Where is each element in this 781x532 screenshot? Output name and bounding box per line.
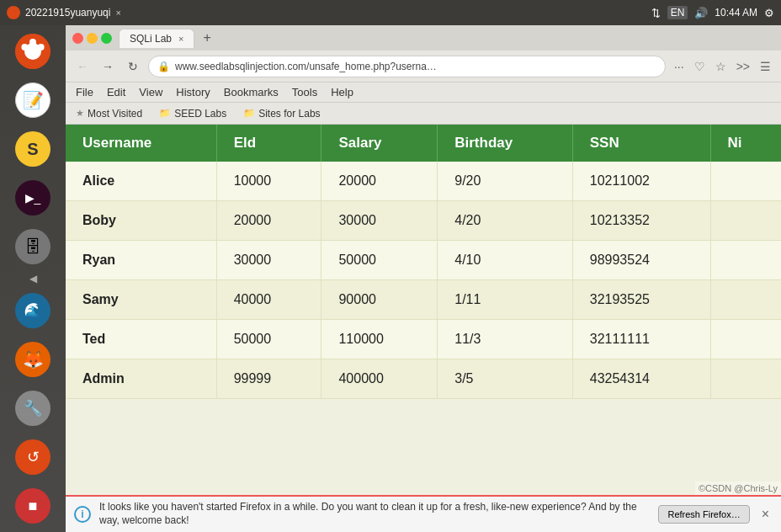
col-username: Username — [66, 125, 216, 162]
table-row: Admin999994000003/543254314 — [66, 359, 781, 399]
sidebar-item-wrench[interactable]: 🔧 — [10, 386, 56, 431]
nautilus-icon: 🗄 — [15, 229, 50, 264]
table-cell: Samy — [66, 280, 216, 320]
sidebar-item-nautilus[interactable]: 🗄 — [10, 224, 56, 269]
col-ssn: SSN — [572, 125, 710, 162]
table-cell: 1/11 — [438, 280, 573, 320]
taskbar-right: ⇅ EN 🔊 10:44 AM ⚙ — [651, 6, 774, 19]
table-cell: 40000 — [216, 280, 321, 320]
tab-close-button[interactable]: × — [178, 34, 183, 44]
table-cell — [710, 359, 781, 399]
taskbar: 20221915yuanyuqi × ⇅ EN 🔊 10:44 AM ⚙ — [0, 0, 781, 25]
sidebar-item-wireshark[interactable]: 🌊 — [10, 288, 56, 333]
sidebar-item-s[interactable]: S — [10, 126, 56, 172]
table-cell — [710, 280, 781, 320]
sidebar-item-ubuntu[interactable] — [10, 29, 56, 74]
sidebar-item-terminal[interactable]: ▶_ — [10, 175, 56, 221]
volume-icon: 🔊 — [694, 7, 708, 19]
address-bar[interactable]: 🔒 www.seedlabsqlinjection.com/unsafe_hom… — [148, 56, 666, 77]
bookmark-sites-for-labs[interactable]: 📁 Sites for Labs — [240, 106, 323, 121]
reader-icon[interactable]: ♡ — [691, 58, 709, 75]
menu-history[interactable]: History — [169, 84, 216, 100]
close-button[interactable] — [72, 33, 83, 44]
col-birthday: Birthday — [438, 125, 573, 162]
table-cell: 98993524 — [572, 241, 710, 280]
menu-edit[interactable]: Edit — [100, 84, 132, 100]
table-cell: 11/3 — [438, 320, 573, 359]
sidebar-item-firefox[interactable]: 🦊 — [10, 337, 56, 382]
sidebar-item-redapp[interactable]: ■ — [10, 483, 56, 529]
table-cell: 90000 — [321, 280, 438, 320]
table-row: Ted5000011000011/332111111 — [66, 320, 781, 359]
menu-tools[interactable]: Tools — [285, 84, 324, 100]
bookmark-sites-label: Sites for Labs — [258, 108, 320, 120]
col-salary: Salary — [321, 125, 438, 162]
maximize-button[interactable] — [101, 33, 112, 44]
table-body: Alice10000200009/2010211002Boby200003000… — [66, 162, 781, 399]
bookmark-most-visited-label: Most Visited — [88, 108, 142, 120]
sort-icon: ⇅ — [651, 7, 661, 19]
table-cell: 50000 — [216, 320, 321, 359]
table-cell: Alice — [66, 162, 216, 201]
window-controls — [72, 33, 112, 44]
sidebar-item-files[interactable]: 📝 — [10, 77, 56, 123]
extensions-icon[interactable]: >> — [733, 58, 753, 75]
wireshark-icon: 🌊 — [15, 293, 50, 328]
new-tab-button[interactable]: + — [198, 29, 215, 47]
update-icon: ↺ — [15, 439, 50, 475]
browser-window: SQLi Lab × + ← → ↻ 🔒 www.seedlabsqlinjec… — [66, 25, 781, 532]
folder-icon-2: 📁 — [243, 108, 255, 119]
settings-icon[interactable]: ⚙ — [764, 7, 774, 19]
bookmark-most-visited[interactable]: ★ Most Visited — [72, 106, 146, 121]
table-row: Alice10000200009/2010211002 — [66, 162, 781, 201]
menu-view[interactable]: View — [132, 84, 169, 100]
notification-bar: i It looks like you haven't started Fire… — [66, 495, 781, 532]
table-cell: Ryan — [66, 241, 216, 280]
col-ni: Ni — [710, 125, 781, 162]
browser-titlebar: SQLi Lab × + — [66, 25, 781, 51]
table-cell: 20000 — [216, 201, 321, 241]
keyboard-layout: EN — [667, 6, 688, 19]
more-icon[interactable]: ··· — [671, 58, 688, 75]
sidebar-arrow-up[interactable]: ◀ — [26, 273, 40, 285]
sidebar: 📝 S ▶_ 🗄 ◀ 🌊 🦊 🔧 ↺ ■ — [0, 25, 66, 532]
refresh-button[interactable]: ↻ — [123, 56, 143, 77]
refresh-firefox-button[interactable]: Refresh Firefox… — [658, 505, 749, 524]
tab-label: SQLi Lab — [130, 33, 172, 45]
wrench-icon: 🔧 — [15, 391, 50, 426]
menu-file[interactable]: File — [69, 84, 100, 100]
table-cell: Admin — [66, 359, 216, 399]
svg-point-2 — [29, 39, 36, 45]
ubuntu-icon — [7, 6, 20, 19]
tab-sqli-lab[interactable]: SQLi Lab × — [119, 29, 194, 48]
table-cell: 3/5 — [438, 359, 573, 399]
notification-close-button[interactable]: × — [758, 507, 773, 522]
tab-bar: SQLi Lab × + — [119, 29, 216, 48]
table-row: Ryan30000500004/1098993524 — [66, 241, 781, 280]
svg-point-3 — [38, 44, 45, 51]
table-cell: Boby — [66, 201, 216, 241]
watermark: ©CSDN @Chris-Ly — [695, 481, 781, 495]
table-cell: 4/10 — [438, 241, 573, 280]
bookmark-icon[interactable]: ☆ — [712, 58, 730, 75]
sidebar-item-update[interactable]: ↺ — [10, 434, 56, 480]
table-cell: 10000 — [216, 162, 321, 201]
notification-text: It looks like you haven't started Firefo… — [99, 501, 650, 527]
menu-icon[interactable]: ☰ — [757, 58, 774, 75]
menu-bookmarks[interactable]: Bookmarks — [217, 84, 285, 100]
table-row: Samy40000900001/1132193525 — [66, 280, 781, 320]
menu-help[interactable]: Help — [324, 84, 360, 100]
forward-button[interactable]: → — [98, 56, 118, 77]
data-table: Username Eld Salary Birthday SSN Ni Alic… — [66, 125, 781, 399]
s-app-icon: S — [15, 131, 50, 167]
svg-point-4 — [21, 44, 28, 51]
back-button[interactable]: ← — [72, 56, 93, 77]
nav-icons-right: ··· ♡ ☆ >> ☰ — [671, 58, 774, 75]
bookmark-seed-labs[interactable]: 📁 SEED Labs — [156, 106, 230, 121]
minimize-button[interactable] — [87, 33, 98, 44]
info-icon: i — [74, 506, 91, 523]
menubar: File Edit View History Bookmarks Tools H… — [66, 82, 781, 103]
table-header-row: Username Eld Salary Birthday SSN Ni — [66, 125, 781, 162]
files-icon: 📝 — [15, 82, 50, 118]
table-cell — [710, 162, 781, 201]
